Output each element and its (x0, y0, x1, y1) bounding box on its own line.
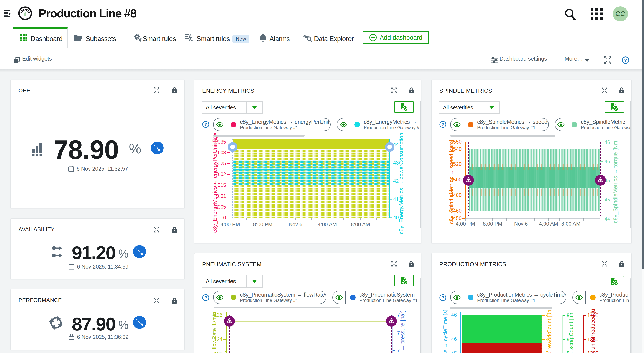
svg-text:c8y_PneumaticSystem → pressure: c8y_PneumaticSystem → pressure [bar] (400, 310, 406, 353)
svg-text:c8y_ProductionMetrics → cycleT: c8y_ProductionMetrics → cycleTime [s] (442, 309, 448, 353)
svg-text:40: 40 (393, 215, 399, 220)
svg-text:8:00 PM: 8:00 PM (483, 221, 502, 227)
svg-text:c8y_PneumaticSystem → flowRate: c8y_PneumaticSystem → flowRate [L/min] (211, 310, 217, 353)
svg-text:46: 46 (604, 159, 610, 164)
svg-text:0: 0 (223, 215, 226, 221)
svg-text:8:00 AM: 8:00 AM (351, 221, 370, 227)
svg-text:c8y_ProductionMetrics → unitsP: c8y_ProductionMetrics → unitsProduced [u (590, 309, 596, 353)
svg-text:46: 46 (451, 336, 457, 342)
svg-text:41: 41 (393, 196, 399, 202)
svg-text:4:00 PM: 4:00 PM (220, 221, 240, 227)
svg-text:?: ? (204, 122, 207, 127)
svg-text:c8y_SpindleMetrics → speed [rp: c8y_SpindleMetrics → speed [rpm] (448, 140, 454, 224)
svg-text:Nov 6: Nov 6 (289, 221, 302, 227)
svg-text:4:00 PM: 4:00 PM (456, 221, 475, 227)
svg-text:c8y_ProductionMetrics → rework: c8y_ProductionMetrics → reworkCount [un (546, 310, 552, 353)
svg-text:?: ? (204, 295, 207, 300)
svg-text:c8y_SpindleMetrics → torque [N: c8y_SpindleMetrics → torque [Nm (612, 141, 618, 223)
svg-text:46: 46 (451, 312, 457, 318)
svg-text:c8y_ProductionMetrics → scrapC: c8y_ProductionMetrics → scrapCount [un (568, 313, 574, 353)
svg-text:43: 43 (393, 160, 399, 166)
svg-text:?: ? (442, 295, 444, 300)
svg-text:45: 45 (451, 350, 457, 353)
svg-text:Nov 6: Nov 6 (514, 221, 528, 227)
svg-text:44: 44 (604, 216, 610, 222)
svg-text:42: 42 (393, 178, 399, 184)
svg-text:45: 45 (604, 197, 610, 203)
svg-text:?: ? (442, 122, 444, 127)
svg-text:8:00 AM: 8:00 AM (561, 221, 580, 227)
svg-text:46: 46 (604, 139, 610, 145)
svg-text:4:00 AM: 4:00 AM (539, 221, 558, 227)
svg-text:c8y_EnergyMetrics → energyPerU: c8y_EnergyMetrics → energyPerUnit [kW (212, 132, 218, 233)
svg-text:?: ? (624, 58, 627, 63)
svg-text:8:00 PM: 8:00 PM (253, 221, 272, 227)
svg-text:c8y_EnergyMetrics → powerConsu: c8y_EnergyMetrics → powerConsumption [ (398, 130, 404, 234)
svg-text:4:00 AM: 4:00 AM (318, 221, 337, 227)
